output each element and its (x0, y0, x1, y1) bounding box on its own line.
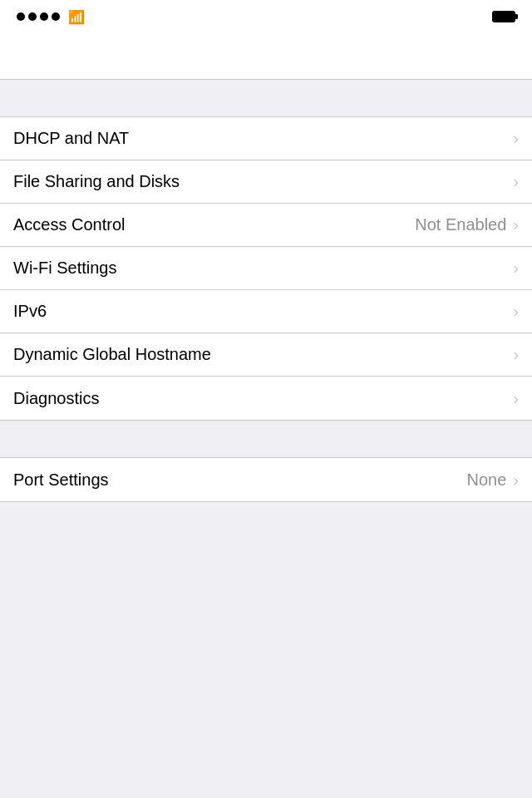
row-left: Port Settings (13, 470, 467, 490)
row-right: › (513, 129, 519, 148)
signal-strength (17, 12, 60, 21)
row-label: DHCP and NAT (13, 129, 129, 148)
row-left: IPv6 (13, 302, 513, 321)
bottom-table-section: Port SettingsNone› (0, 457, 532, 502)
signal-dot-4 (52, 12, 60, 21)
row-right: › (513, 259, 519, 278)
table-row[interactable]: Dynamic Global Hostname› (0, 333, 532, 377)
signal-area: 📶 (17, 9, 85, 25)
table-row[interactable]: Wi-Fi Settings› (0, 247, 532, 290)
battery-area (487, 11, 515, 22)
row-label: Dynamic Global Hostname (13, 345, 211, 364)
row-label: Access Control (13, 215, 126, 234)
row-right: Not Enabled› (415, 215, 519, 234)
row-value: None (467, 470, 507, 490)
table-row[interactable]: IPv6› (0, 290, 532, 333)
signal-dot-3 (40, 12, 48, 21)
chevron-icon: › (513, 129, 519, 148)
table-row[interactable]: Port SettingsNone› (0, 458, 532, 501)
section-spacer-top (0, 80, 532, 116)
signal-dot-2 (28, 12, 37, 21)
row-left: Wi-Fi Settings (13, 259, 513, 278)
table-row[interactable]: Diagnostics› (0, 377, 532, 420)
main-table-section: DHCP and NAT›File Sharing and Disks›Acce… (0, 116, 532, 421)
battery-fill (494, 12, 514, 21)
row-left: Access Control (13, 215, 415, 234)
chevron-icon: › (513, 215, 519, 234)
section-gap (0, 421, 532, 457)
row-label: Diagnostics (13, 389, 99, 408)
table-row[interactable]: DHCP and NAT› (0, 117, 532, 160)
chevron-icon: › (513, 259, 519, 278)
row-left: Dynamic Global Hostname (13, 345, 513, 364)
chevron-icon: › (513, 345, 519, 364)
nav-bar (0, 33, 532, 80)
chevron-icon: › (513, 389, 519, 408)
row-label: IPv6 (13, 302, 47, 321)
row-right: None› (467, 470, 519, 490)
row-left: File Sharing and Disks (13, 172, 513, 191)
row-right: › (513, 389, 519, 408)
row-right: › (513, 172, 519, 191)
row-value: Not Enabled (415, 215, 506, 234)
table-row[interactable]: Access ControlNot Enabled› (0, 204, 532, 247)
row-right: › (513, 302, 519, 321)
chevron-icon: › (513, 172, 519, 191)
signal-dot-1 (17, 12, 25, 21)
chevron-icon: › (513, 470, 519, 490)
battery-icon (492, 11, 515, 22)
chevron-icon: › (513, 302, 519, 321)
status-bar: 📶 (0, 0, 532, 33)
wifi-icon: 📶 (68, 9, 85, 25)
row-label: Wi-Fi Settings (13, 259, 116, 278)
row-left: Diagnostics (13, 389, 513, 408)
row-label: File Sharing and Disks (13, 172, 180, 191)
table-row[interactable]: File Sharing and Disks› (0, 160, 532, 204)
row-left: DHCP and NAT (13, 129, 513, 148)
row-label: Port Settings (13, 470, 109, 490)
row-right: › (513, 345, 519, 364)
